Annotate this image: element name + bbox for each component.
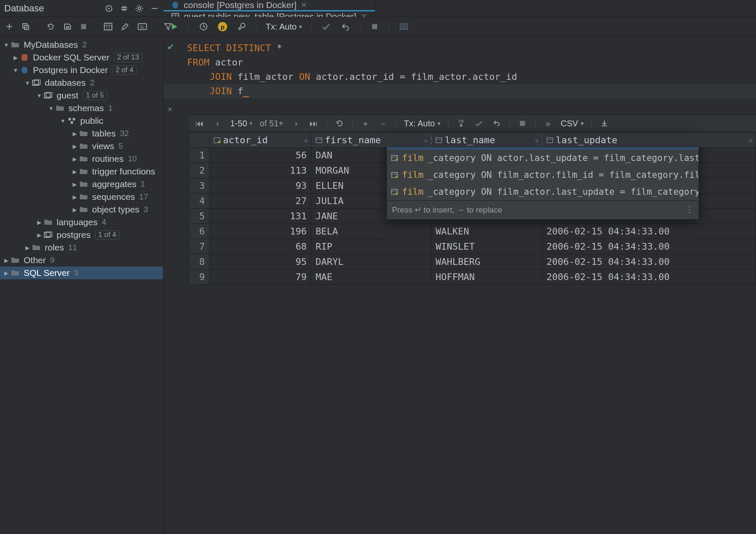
- results-stop-icon[interactable]: [517, 118, 528, 128]
- tree-arrow-icon[interactable]: ▶: [71, 207, 79, 213]
- tree-node[interactable]: ▶Other9: [0, 254, 163, 267]
- tree-node[interactable]: ▶SQL Server3: [0, 267, 163, 279]
- edit-icon[interactable]: [121, 22, 129, 32]
- wrench-icon[interactable]: [237, 22, 247, 32]
- target-icon[interactable]: [104, 4, 114, 13]
- commit-icon[interactable]: [321, 22, 331, 32]
- grid-column-header[interactable]: last_name◇: [431, 133, 542, 148]
- cell-last-update[interactable]: 2006-02-15 04:34:33.00: [542, 254, 756, 270]
- duplicate-icon[interactable]: [22, 22, 30, 32]
- grid-column-header[interactable]: last_update◇: [542, 133, 756, 148]
- data-grid-icon[interactable]: [399, 22, 409, 32]
- tree-arrow-icon[interactable]: ▼: [47, 105, 55, 112]
- remove-row-icon[interactable]: －: [378, 118, 388, 128]
- sort-icon[interactable]: ◇: [304, 137, 307, 143]
- submit-db-icon[interactable]: DB: [456, 118, 466, 128]
- cell-last-name[interactable]: WINSLET: [431, 239, 542, 254]
- page-range-dropdown[interactable]: 1-50▾: [230, 119, 252, 128]
- cell-actor-id[interactable]: 95: [209, 254, 311, 270]
- tree-node[interactable]: ▼schemas1: [0, 102, 163, 114]
- sql-editor[interactable]: ✔ SELECT DISTINCT * FROM actor JOIN film…: [163, 37, 756, 98]
- tree-arrow-icon[interactable]: ▶: [71, 169, 79, 175]
- tree-arrow-icon[interactable]: ▶: [71, 131, 79, 137]
- tree-node[interactable]: ▶Docker SQL Server2 of 13: [0, 51, 163, 64]
- tree-arrow-icon[interactable]: ▶: [3, 270, 10, 276]
- tree-node[interactable]: ▶roles11: [0, 241, 163, 254]
- cell-first-name[interactable]: BELA: [311, 224, 431, 239]
- sql-console-icon[interactable]: QL: [138, 22, 147, 32]
- tx-mode-dropdown[interactable]: Tx: Auto▾: [266, 22, 302, 32]
- sort-icon[interactable]: ◇: [535, 137, 538, 143]
- cell-last-name[interactable]: WALKEN: [431, 224, 542, 239]
- sort-icon[interactable]: ◇: [424, 137, 428, 143]
- tree-arrow-icon[interactable]: ▶: [35, 232, 43, 238]
- cell-first-name[interactable]: MAE: [311, 270, 431, 285]
- add-datasource-icon[interactable]: [5, 22, 14, 32]
- export-format-dropdown[interactable]: CSV▾: [561, 119, 584, 128]
- tree-node[interactable]: ▼MyDatabases2: [0, 38, 163, 51]
- more-icon[interactable]: »: [543, 118, 553, 128]
- results-rollback-icon[interactable]: [492, 118, 502, 128]
- tree-node[interactable]: ▶trigger functions: [0, 165, 163, 178]
- tree-arrow-icon[interactable]: ▶: [35, 219, 43, 226]
- autocomplete-item[interactable]: film_category ON film_actor.last_update …: [387, 183, 699, 200]
- cell-last-update[interactable]: 2006-02-15 04:34:33.00: [542, 270, 756, 285]
- tree-arrow-icon[interactable]: ▼: [3, 42, 10, 48]
- sort-icon[interactable]: ◇: [749, 137, 752, 143]
- first-page-icon[interactable]: ⏮: [195, 118, 205, 128]
- session-badge[interactable]: p: [218, 22, 227, 31]
- reload-icon[interactable]: [334, 118, 345, 128]
- prev-page-icon[interactable]: ‹: [212, 118, 223, 128]
- cancel-query-icon[interactable]: [370, 22, 380, 32]
- autocomplete-item[interactable]: film_category ON actor.last_update = fil…: [387, 150, 699, 166]
- table-row[interactable]: 6196BELAWALKEN2006-02-15 04:34:33.00: [189, 224, 756, 239]
- tree-node[interactable]: ▶aggregates1: [0, 178, 163, 191]
- results-tx-dropdown[interactable]: Tx: Auto▾: [404, 119, 440, 128]
- autocomplete-item[interactable]: film_category ON film_actor.film_id = fi…: [387, 166, 699, 183]
- cell-actor-id[interactable]: 68: [209, 239, 311, 254]
- tree-arrow-icon[interactable]: ▶: [71, 194, 79, 200]
- tree-node[interactable]: ▶languages4: [0, 216, 163, 229]
- cell-actor-id[interactable]: 56: [209, 148, 311, 163]
- settings-icon[interactable]: [135, 4, 144, 13]
- rollback-icon[interactable]: [340, 22, 351, 32]
- tree-arrow-icon[interactable]: ▼: [59, 118, 67, 124]
- minimize-icon[interactable]: [150, 4, 159, 13]
- last-page-icon[interactable]: ⏭: [309, 118, 319, 128]
- table-row[interactable]: 895DARYLWAHLBERG2006-02-15 04:34:33.00: [189, 254, 756, 270]
- tree-node[interactable]: ▼guest1 of 5: [0, 89, 163, 102]
- table-row[interactable]: 979MAEHOFFMAN2006-02-15 04:34:33.00: [189, 270, 756, 285]
- tree-arrow-icon[interactable]: ▶: [24, 245, 31, 251]
- diff-icon[interactable]: [63, 22, 72, 32]
- tree-arrow-icon[interactable]: ▶: [71, 181, 79, 188]
- close-results-icon[interactable]: ✕: [168, 104, 172, 113]
- history-icon[interactable]: [199, 22, 209, 32]
- tree-node[interactable]: ▶object types3: [0, 203, 163, 216]
- tree-node[interactable]: ▶sequences17: [0, 191, 163, 203]
- tree-node[interactable]: ▼databases2: [0, 76, 163, 89]
- download-icon[interactable]: [599, 118, 609, 128]
- tree-node[interactable]: ▶postgres1 of 4: [0, 229, 163, 241]
- tree-node[interactable]: ▶views5: [0, 140, 163, 153]
- tree-node[interactable]: ▼public: [0, 114, 163, 127]
- table-row[interactable]: 768RIPWINSLET2006-02-15 04:34:33.00: [189, 239, 756, 254]
- tree-arrow-icon[interactable]: ▶: [3, 257, 10, 264]
- tree-node[interactable]: ▶routines10: [0, 153, 163, 165]
- grid-column-header[interactable]: actor_id◇: [209, 133, 311, 148]
- autocomplete-more-icon[interactable]: ⋮: [685, 203, 693, 217]
- cell-actor-id[interactable]: 196: [209, 224, 311, 239]
- cell-actor-id[interactable]: 27: [209, 193, 311, 209]
- cell-actor-id[interactable]: 131: [209, 209, 311, 224]
- stop-icon[interactable]: [80, 22, 87, 32]
- tree-node[interactable]: ▶tables32: [0, 127, 163, 140]
- collapse-all-icon[interactable]: [120, 4, 129, 13]
- tree-arrow-icon[interactable]: ▶: [71, 156, 79, 162]
- run-icon[interactable]: [169, 22, 179, 32]
- next-page-icon[interactable]: ›: [291, 118, 301, 128]
- tree-arrow-icon[interactable]: ▼: [12, 67, 19, 74]
- grid-column-header[interactable]: first_name◇: [311, 133, 431, 148]
- table-view-icon[interactable]: [104, 22, 112, 32]
- cell-actor-id[interactable]: 113: [209, 163, 311, 178]
- tree-node[interactable]: ▼Postgres in Docker2 of 4: [0, 64, 163, 76]
- cell-last-update[interactable]: 2006-02-15 04:34:33.00: [542, 224, 756, 239]
